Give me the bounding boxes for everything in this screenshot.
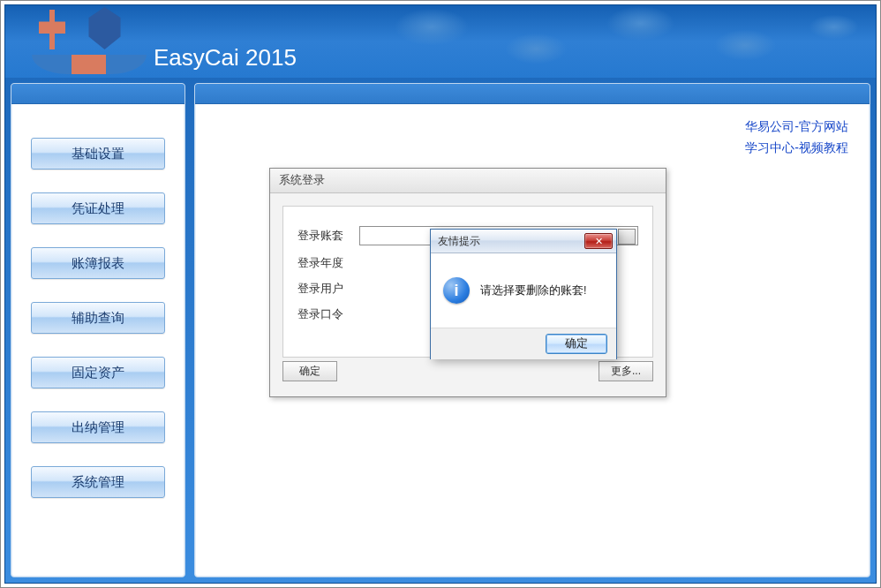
- main-area: 基础设置 凭证处理 账簿报表 辅助查询 固定资产 出纳管理 系统管理 华易公司-…: [5, 78, 876, 583]
- sidebar-item-label: 基础设置: [72, 146, 124, 162]
- header-links: 华易公司-官方网站 学习中心-视频教程: [745, 116, 848, 158]
- sidebar-item-basic-settings[interactable]: 基础设置: [31, 138, 165, 170]
- sidebar-item-label: 凭证处理: [72, 200, 124, 217]
- message-ok-button[interactable]: 确定: [546, 334, 607, 354]
- message-body: i 请选择要删除的账套!: [431, 253, 616, 328]
- sidebar-panel: 基础设置 凭证处理 账簿报表 辅助查询 固定资产 出纳管理 系统管理: [11, 83, 185, 577]
- header-bar: EasyCai 2015: [5, 5, 876, 78]
- link-official-site[interactable]: 华易公司-官方网站: [745, 119, 848, 133]
- app-window: EasyCai 2015 基础设置 凭证处理 账簿报表 辅助查询 固定资产 出纳…: [4, 4, 877, 584]
- sidebar-item-system[interactable]: 系统管理: [31, 466, 165, 498]
- app-logo: [32, 5, 138, 67]
- login-dialog-title: 系统登录: [270, 169, 666, 193]
- message-title-text: 友情提示: [438, 234, 480, 249]
- button-label: 确定: [299, 364, 320, 379]
- app-title: EasyCai 2015: [154, 44, 297, 72]
- close-icon: ✕: [595, 236, 603, 247]
- close-button[interactable]: ✕: [584, 233, 613, 249]
- label-password: 登录口令: [297, 306, 350, 322]
- button-label: 更多...: [611, 364, 641, 379]
- message-text: 请选择要删除的账套!: [480, 283, 586, 298]
- login-ok-button[interactable]: 确定: [282, 361, 337, 381]
- message-dialog: 友情提示 ✕ i 请选择要删除的账套! 确定: [430, 229, 617, 359]
- login-more-button[interactable]: 更多...: [599, 361, 653, 381]
- button-label: 确定: [565, 336, 588, 351]
- link-tutorial[interactable]: 学习中心-视频教程: [745, 140, 848, 155]
- sidebar-item-label: 固定资产: [72, 365, 124, 381]
- sidebar-item-ledger-report[interactable]: 账簿报表: [31, 247, 165, 279]
- sidebar-item-label: 系统管理: [72, 474, 124, 491]
- info-icon: i: [443, 277, 470, 304]
- content-panel: 华易公司-官方网站 学习中心-视频教程 系统登录 登录账套 登录年度: [194, 83, 870, 577]
- sidebar-item-cashier[interactable]: 出纳管理: [31, 411, 165, 443]
- chevron-down-icon: [624, 234, 631, 238]
- sidebar-item-fixed-assets[interactable]: 固定资产: [31, 357, 165, 388]
- message-footer: 确定: [431, 328, 616, 359]
- sidebar-item-label: 出纳管理: [72, 419, 124, 436]
- sidebar-item-aux-query[interactable]: 辅助查询: [31, 302, 165, 334]
- label-user: 登录用户: [297, 281, 350, 297]
- outer-frame: EasyCai 2015 基础设置 凭证处理 账簿报表 辅助查询 固定资产 出纳…: [0, 0, 881, 588]
- sidebar-item-voucher[interactable]: 凭证处理: [31, 192, 165, 224]
- sidebar-item-label: 辅助查询: [72, 310, 124, 327]
- label-account: 登录账套: [297, 228, 350, 244]
- sidebar-buttons: 基础设置 凭证处理 账簿报表 辅助查询 固定资产 出纳管理 系统管理: [11, 104, 184, 507]
- message-title-bar: 友情提示 ✕: [431, 230, 616, 253]
- label-year: 登录年度: [297, 255, 350, 271]
- sidebar-item-label: 账簿报表: [72, 255, 124, 272]
- login-button-row: 确定 更多...: [270, 361, 666, 390]
